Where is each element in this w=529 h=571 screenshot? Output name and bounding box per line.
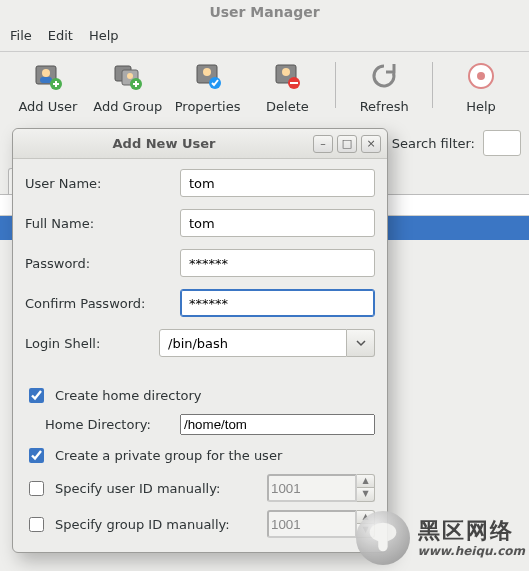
gid-spinner: ▲ ▼ xyxy=(267,510,375,538)
separator xyxy=(432,62,433,108)
create-home-label: Create home directory xyxy=(55,388,201,403)
create-home-checkbox[interactable] xyxy=(29,388,44,403)
gid-step-down: ▼ xyxy=(357,524,375,538)
toolbar-label: Help xyxy=(466,99,496,114)
login-shell-label: Login Shell: xyxy=(25,336,159,351)
help-icon xyxy=(465,60,497,95)
svg-point-9 xyxy=(203,68,211,76)
dialog-title: Add New User xyxy=(19,136,309,151)
watermark-text: 黑区网络 xyxy=(418,518,525,544)
username-input[interactable] xyxy=(180,169,375,197)
fullname-label: Full Name: xyxy=(25,216,180,231)
home-directory-input[interactable] xyxy=(180,414,375,435)
private-group-checkbox[interactable] xyxy=(29,448,44,463)
toolbar-label: Add Group xyxy=(93,99,162,114)
add-user-dialog: Add New User – □ × User Name: Full Name:… xyxy=(12,128,388,553)
menubar: File Edit Help xyxy=(0,26,529,52)
private-group-label: Create a private group for the user xyxy=(55,448,282,463)
user-delete-icon xyxy=(271,60,303,95)
confirm-password-label: Confirm Password: xyxy=(25,296,180,311)
toolbar-label: Add User xyxy=(18,99,77,114)
properties-icon xyxy=(192,60,224,95)
toolbar-label: Refresh xyxy=(360,99,409,114)
uid-input xyxy=(267,474,357,502)
toolbar-label: Delete xyxy=(266,99,309,114)
home-directory-label: Home Directory: xyxy=(45,417,180,432)
toolbar: Add User Add Group Properties Delete Ref… xyxy=(0,52,529,120)
password-input[interactable] xyxy=(180,249,375,277)
menu-edit[interactable]: Edit xyxy=(48,28,73,43)
login-shell-combo[interactable] xyxy=(159,329,375,357)
gid-step-up: ▲ xyxy=(357,510,375,524)
confirm-password-input[interactable] xyxy=(180,289,375,317)
username-label: User Name: xyxy=(25,176,180,191)
svg-rect-14 xyxy=(290,82,298,84)
gid-input xyxy=(267,510,357,538)
refresh-button[interactable]: Refresh xyxy=(344,58,424,116)
svg-point-12 xyxy=(282,68,290,76)
uid-spinner: ▲ ▼ xyxy=(267,474,375,502)
toolbar-label: Properties xyxy=(175,99,241,114)
menu-file[interactable]: File xyxy=(10,28,32,43)
properties-button[interactable]: Properties xyxy=(168,58,248,116)
search-filter-input[interactable] xyxy=(483,130,521,156)
add-user-button[interactable]: Add User xyxy=(8,58,88,116)
uid-step-up: ▲ xyxy=(357,474,375,488)
uid-step-down: ▼ xyxy=(357,488,375,502)
refresh-icon xyxy=(368,60,400,95)
close-button[interactable]: × xyxy=(361,135,381,153)
specify-gid-checkbox[interactable] xyxy=(29,517,44,532)
menu-help[interactable]: Help xyxy=(89,28,119,43)
user-add-icon xyxy=(32,60,64,95)
delete-button[interactable]: Delete xyxy=(247,58,327,116)
svg-rect-2 xyxy=(40,77,52,83)
separator xyxy=(335,62,336,108)
window-title: User Manager xyxy=(0,0,529,26)
fullname-input[interactable] xyxy=(180,209,375,237)
svg-point-6 xyxy=(127,73,133,79)
help-button[interactable]: Help xyxy=(441,58,521,116)
minimize-button[interactable]: – xyxy=(313,135,333,153)
specify-uid-checkbox[interactable] xyxy=(29,481,44,496)
dialog-body: User Name: Full Name: Password: Confirm … xyxy=(13,159,387,552)
group-add-icon xyxy=(112,60,144,95)
search-filter-label: Search filter: xyxy=(392,136,475,151)
dialog-titlebar[interactable]: Add New User – □ × xyxy=(13,129,387,159)
svg-point-16 xyxy=(477,72,485,80)
login-shell-input[interactable] xyxy=(159,329,347,357)
maximize-button[interactable]: □ xyxy=(337,135,357,153)
password-label: Password: xyxy=(25,256,180,271)
specify-gid-label: Specify group ID manually: xyxy=(55,517,230,532)
svg-point-1 xyxy=(42,69,50,77)
specify-uid-label: Specify user ID manually: xyxy=(55,481,220,496)
watermark-url: www.heiqu.com xyxy=(418,544,525,558)
chevron-down-icon[interactable] xyxy=(347,329,375,357)
add-group-button[interactable]: Add Group xyxy=(88,58,168,116)
